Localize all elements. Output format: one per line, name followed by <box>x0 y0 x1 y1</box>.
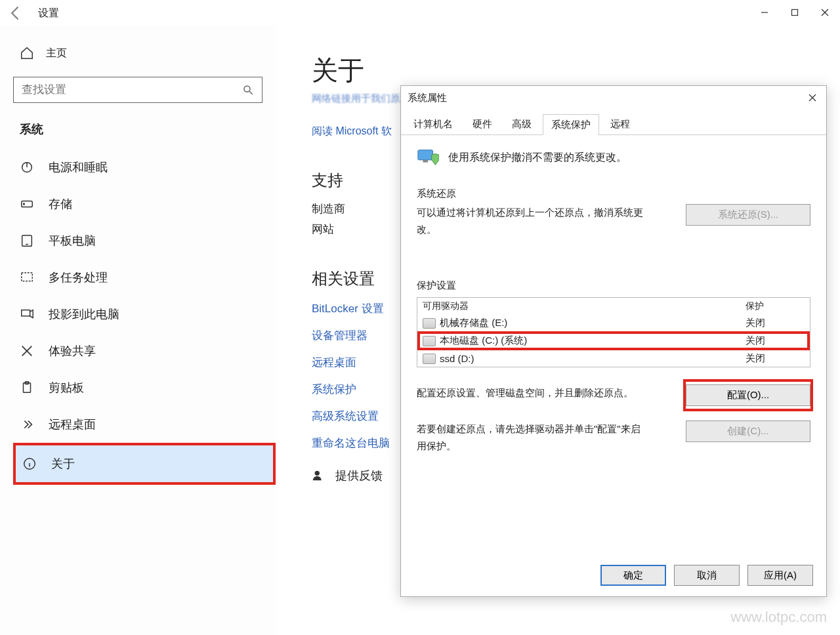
system-properties-dialog: 系统属性 计算机名 硬件 高级 系统保护 远程 使用系统保护撤消不需要的系统更改… <box>400 85 827 597</box>
config-desc: 配置还原设置、管理磁盘空间，并且删除还原点。 <box>417 384 633 401</box>
multitask-icon <box>20 270 34 285</box>
tab-remote[interactable]: 远程 <box>602 113 639 134</box>
drive-protection: 关闭 <box>746 317 805 329</box>
drive-icon <box>423 318 436 329</box>
tab-hardware[interactable]: 硬件 <box>464 113 501 134</box>
info-icon <box>22 457 37 471</box>
clipboard-icon <box>20 380 34 395</box>
svg-point-4 <box>244 86 250 92</box>
feedback-label: 提供反馈 <box>335 468 383 483</box>
svg-point-9 <box>24 203 25 205</box>
shield-monitor-icon <box>417 147 439 168</box>
sidebar-item-label: 体验共享 <box>49 343 96 359</box>
remote-icon <box>20 417 34 432</box>
dialog-title: 系统属性 <box>401 86 826 110</box>
tab-system-protection[interactable]: 系统保护 <box>543 114 599 135</box>
sidebar-item-label: 远程桌面 <box>49 417 96 432</box>
create-button: 创建(C)... <box>686 420 810 442</box>
sidebar-item-power[interactable]: 电源和睡眠 <box>13 149 276 186</box>
configure-button[interactable]: 配置(O)... <box>686 384 810 406</box>
home-label: 主页 <box>46 47 67 60</box>
home-link[interactable]: 主页 <box>13 39 276 67</box>
drive-protection: 关闭 <box>746 335 805 347</box>
svg-rect-12 <box>22 273 33 281</box>
drive-row[interactable]: 本地磁盘 (C:) (系统) 关闭 <box>417 331 810 350</box>
restore-desc: 可以通过将计算机还原到上一个还原点，撤消系统更改。 <box>417 204 646 237</box>
ms-link[interactable]: 阅读 Microsoft 软 <box>312 125 392 136</box>
sidebar-item-label: 多任务处理 <box>49 270 108 285</box>
cancel-button[interactable]: 取消 <box>674 565 740 586</box>
svg-rect-1 <box>792 10 798 16</box>
window-title: 设置 <box>38 7 59 20</box>
sidebar-item-multitask[interactable]: 多任务处理 <box>13 259 276 296</box>
drives-list[interactable]: 可用驱动器 保护 机械存储盘 (E:) 关闭 本地磁盘 (C:) (系统) 关闭… <box>417 297 810 367</box>
project-icon <box>20 307 34 321</box>
back-button[interactable] <box>7 4 25 22</box>
restore-group-label: 系统还原 <box>417 188 810 200</box>
search-icon <box>242 84 254 96</box>
feedback-icon <box>312 468 326 483</box>
search-box[interactable] <box>13 77 262 103</box>
sidebar-item-remote[interactable]: 远程桌面 <box>13 406 276 443</box>
close-button[interactable] <box>810 0 840 25</box>
create-desc: 若要创建还原点，请先选择驱动器并单击"配置"来启用保护。 <box>417 420 646 454</box>
tab-computer-name[interactable]: 计算机名 <box>405 113 461 134</box>
sidebar-item-label: 关于 <box>51 456 75 472</box>
sidebar-item-project[interactable]: 投影到此电脑 <box>13 296 276 333</box>
dialog-close-button[interactable] <box>803 90 822 106</box>
page-title: 关于 <box>312 52 827 89</box>
protect-group-label: 保护设置 <box>417 279 810 292</box>
search-input[interactable] <box>22 83 242 96</box>
section-label: 系统 <box>13 116 276 149</box>
sidebar-item-label: 投影到此电脑 <box>49 306 119 322</box>
sidebar-item-label: 电源和睡眠 <box>49 159 108 175</box>
svg-rect-24 <box>418 150 433 160</box>
drives-header-drive: 可用驱动器 <box>423 300 746 312</box>
svg-rect-13 <box>22 310 30 316</box>
minimize-button[interactable] <box>749 0 780 25</box>
drive-row[interactable]: 机械存储盘 (E:) 关闭 <box>417 315 810 331</box>
drive-name: 机械存储盘 (E:) <box>440 317 507 329</box>
drive-icon <box>423 336 436 346</box>
power-icon <box>20 160 34 174</box>
drives-header-protection: 保护 <box>746 300 805 312</box>
share-icon <box>20 344 34 358</box>
svg-point-21 <box>315 471 320 476</box>
drive-name: 本地磁盘 (C:) (系统) <box>440 335 527 347</box>
sidebar-item-label: 存储 <box>49 196 72 212</box>
svg-line-5 <box>249 91 253 94</box>
sidebar-item-share[interactable]: 体验共享 <box>13 333 276 369</box>
svg-rect-25 <box>423 160 428 163</box>
storage-icon <box>20 197 34 211</box>
drive-name: ssd (D:) <box>440 353 474 364</box>
apply-button[interactable]: 应用(A) <box>747 565 813 586</box>
home-icon <box>20 46 34 60</box>
maximize-button[interactable] <box>780 0 810 25</box>
drive-protection: 关闭 <box>746 352 805 365</box>
sidebar-item-clipboard[interactable]: 剪贴板 <box>13 369 276 406</box>
sidebar-item-storage[interactable]: 存储 <box>13 186 276 222</box>
drive-icon <box>423 354 436 364</box>
ok-button[interactable]: 确定 <box>600 565 666 586</box>
drive-row[interactable]: ssd (D:) 关闭 <box>417 350 810 367</box>
sidebar-item-label: 剪贴板 <box>49 380 84 396</box>
sidebar-item-tablet[interactable]: 平板电脑 <box>13 222 276 259</box>
sidebar-item-about[interactable]: 关于 <box>13 443 276 485</box>
system-restore-button: 系统还原(S)... <box>686 204 810 226</box>
tablet-icon <box>20 234 34 248</box>
tab-advanced[interactable]: 高级 <box>503 113 540 134</box>
sidebar-item-label: 平板电脑 <box>49 233 96 249</box>
info-text: 使用系统保护撤消不需要的系统更改。 <box>448 151 627 165</box>
